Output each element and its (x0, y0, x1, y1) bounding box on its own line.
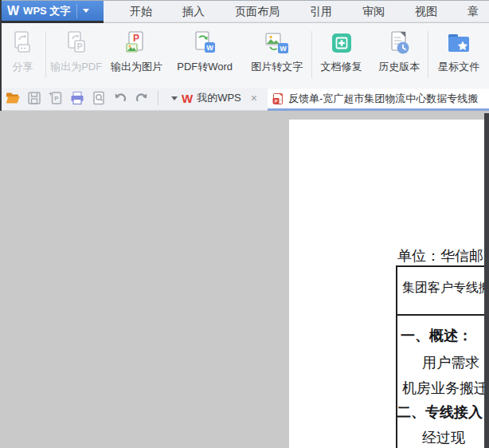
window-left-edge (0, 0, 2, 111)
wps-home-logo-icon: W (182, 92, 192, 105)
pdf-file-icon: P (272, 92, 284, 105)
doc-line-unit: 单位：华信邮 (397, 246, 483, 265)
window-right-edge (484, 113, 489, 448)
tab-section[interactable]: 章 (467, 5, 479, 19)
history-version-icon (385, 29, 413, 57)
close-icon[interactable]: × (249, 92, 259, 104)
table-border-top (396, 265, 484, 267)
starred-files-button[interactable]: 星标文件 (428, 23, 489, 88)
tab-my-wps-label: 我的WPS (197, 91, 241, 105)
document-tab-bar: P (0, 88, 489, 111)
share-doc-icon (9, 29, 36, 57)
svg-text:W: W (280, 45, 287, 53)
tab-review[interactable]: 审阅 (362, 5, 385, 19)
more-caret-icon (171, 96, 178, 104)
feature-toolbar: 分享 P 输出为PDF P 输出为图片 (0, 23, 489, 88)
doc-repair-label: 文档修复 (321, 60, 362, 74)
export-image-icon: P (123, 29, 150, 57)
wps-logo: W (7, 4, 18, 18)
starred-files-label: 星标文件 (438, 60, 479, 74)
tab-active-document-title: 反馈单-宽广超市集团物流中心数据专线搬 (288, 92, 478, 106)
image-to-text-label: 图片转文字 (251, 60, 303, 74)
doc-line-body-3: 经过现 (422, 428, 465, 447)
undo-button[interactable] (112, 90, 128, 106)
redo-icon (134, 90, 150, 106)
tab-my-wps[interactable]: W 我的WPS × (182, 88, 259, 108)
doc-repair-icon (328, 29, 355, 57)
tab-references[interactable]: 引用 (310, 5, 332, 19)
doc-line-table-title: 集团客户专线搬 (402, 280, 489, 297)
open-folder-icon (5, 90, 21, 106)
redo-button[interactable] (134, 90, 150, 106)
starred-files-icon (445, 29, 472, 57)
more-quick-actions-button[interactable] (166, 90, 182, 106)
pdf-to-word-button[interactable]: W PDF转Word (166, 23, 243, 88)
undo-icon (112, 90, 128, 106)
wps-writer-window: W WPS 文字 开始 插入 页面布局 引用 审阅 视图 章 (0, 0, 489, 448)
ribbon-tabs: 开始 插入 页面布局 引用 审阅 视图 章 (130, 1, 479, 22)
print-preview-icon (91, 90, 107, 106)
export-pdf-label: 输出为PDF (50, 60, 102, 74)
document-canvas: 单位：华信邮 集团客户专线搬 一、概述： 用户需求 机房业务搬迁 二、专线接入 … (0, 111, 489, 448)
wps-app-button-label: WPS 文字 (23, 4, 70, 18)
image-to-text-icon: W (264, 29, 291, 57)
table-border-left (396, 265, 397, 448)
share-button[interactable]: 分享 (0, 23, 45, 88)
tab-active-document[interactable]: P 反馈单-宽广超市集团物流中心数据专线搬 (268, 88, 489, 108)
doc-line-body-2: 机房业务搬迁 (402, 379, 488, 398)
print-icon (69, 90, 85, 106)
quick-access-toolbar: P (5, 88, 182, 108)
open-file-button[interactable] (5, 90, 21, 106)
print-preview-button[interactable] (91, 90, 107, 106)
export-pdf-button[interactable]: P 输出为PDF (46, 23, 107, 88)
image-to-text-button[interactable]: W 图片转文字 (243, 23, 311, 88)
pdf-to-word-label: PDF转Word (177, 60, 233, 74)
export-image-button[interactable]: P 输出为图片 (107, 23, 167, 88)
tab-view[interactable]: 视图 (415, 5, 437, 19)
tab-home[interactable]: 开始 (130, 5, 152, 19)
svg-text:P: P (133, 33, 139, 44)
doc-repair-button[interactable]: 文档修复 (312, 23, 371, 88)
chevron-down-icon (83, 9, 89, 16)
table-border-middle (396, 314, 484, 316)
svg-text:P: P (54, 95, 59, 102)
svg-text:P: P (275, 98, 278, 103)
quickbar-separator (158, 91, 158, 105)
print-button[interactable] (69, 90, 85, 106)
export-pdf-quick-icon: P (48, 90, 64, 106)
tab-insert[interactable]: 插入 (182, 5, 205, 19)
history-version-button[interactable]: 历史版本 (370, 23, 428, 88)
export-pdf-icon: P (63, 29, 90, 57)
doc-line-heading-2: 二、专线接入 (397, 403, 483, 422)
pdf-to-word-icon: W (191, 29, 218, 57)
export-image-label: 输出为图片 (111, 60, 162, 74)
save-button[interactable] (26, 90, 42, 106)
share-label: 分享 (12, 60, 33, 74)
menu-bar: W WPS 文字 开始 插入 页面布局 引用 审阅 视图 章 (0, 0, 489, 22)
save-icon (26, 90, 42, 106)
wps-app-menu-caret[interactable] (76, 4, 89, 18)
svg-text:W: W (206, 44, 213, 52)
doc-line-heading-1: 一、概述： (401, 326, 472, 345)
svg-text:P: P (76, 42, 82, 51)
export-pdf-quick-button[interactable]: P (48, 90, 64, 106)
wps-app-button[interactable]: W WPS 文字 (0, 1, 104, 23)
history-version-label: 历史版本 (378, 60, 420, 74)
doc-line-body-1: 用户需求 (422, 353, 479, 372)
tab-page-layout[interactable]: 页面布局 (235, 5, 280, 19)
